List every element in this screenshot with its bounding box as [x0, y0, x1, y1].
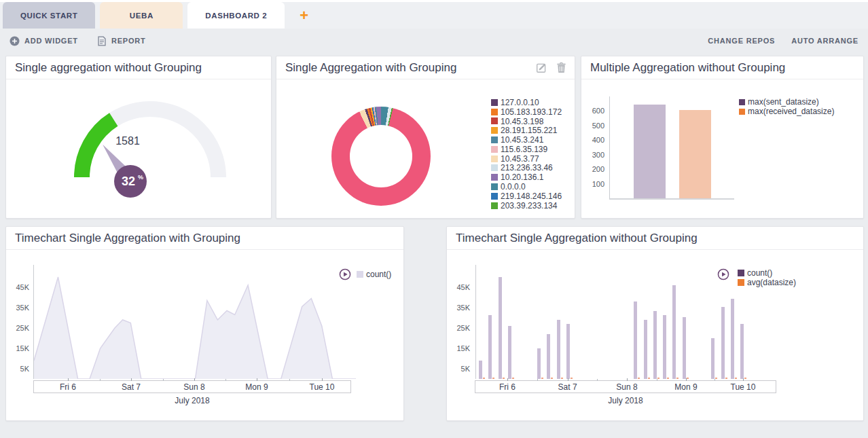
legend-item[interactable]: 203.39.233.134: [491, 201, 562, 211]
bar-secondary[interactable]: [667, 378, 669, 379]
bar[interactable]: [537, 348, 541, 379]
trash-icon[interactable]: [556, 62, 566, 73]
add-widget-button[interactable]: ADD WIDGET: [10, 36, 78, 46]
bar-secondary[interactable]: [687, 378, 689, 379]
report-button[interactable]: REPORT: [97, 36, 146, 46]
bar[interactable]: [663, 315, 666, 380]
legend-swatch: [738, 279, 744, 286]
bar[interactable]: [653, 311, 657, 380]
bar-secondary[interactable]: [503, 378, 505, 379]
bar-secondary[interactable]: [571, 378, 573, 379]
legend-label: count(): [747, 268, 772, 278]
bar-secondary[interactable]: [735, 378, 737, 379]
bar-secondary[interactable]: [725, 378, 727, 379]
legend-label: count(): [366, 270, 391, 279]
y-tick-label: 35K: [447, 304, 470, 312]
widget-title: Single aggregation without Grouping: [15, 61, 202, 75]
bar[interactable]: [683, 317, 686, 380]
bar[interactable]: [547, 334, 550, 379]
bar-secondary[interactable]: [715, 378, 717, 379]
gauge-svg[interactable]: 1581 32 %: [6, 79, 270, 218]
x-tick-label: Fri 6: [499, 382, 516, 392]
y-tick-label: 600: [581, 107, 604, 115]
bar[interactable]: [740, 324, 744, 379]
legend-item[interactable]: 10.45.3.77: [491, 154, 562, 164]
legend-item[interactable]: avg(datasize): [738, 278, 796, 287]
bar[interactable]: [566, 324, 570, 379]
legend-item[interactable]: 28.191.155.221: [491, 126, 562, 135]
x-tick-mark: [68, 378, 69, 381]
bar[interactable]: [711, 338, 715, 379]
x-tick-mark: [194, 378, 195, 381]
legend-item[interactable]: 213.236.33.46: [491, 164, 562, 173]
play-button[interactable]: [339, 268, 351, 280]
tab-ueba[interactable]: UEBA: [100, 2, 183, 29]
y-tick-label: 100: [581, 180, 604, 188]
legend-item[interactable]: max(sent_datasize): [739, 97, 834, 107]
bar[interactable]: [499, 277, 502, 379]
time-range-bar[interactable]: Fri 6Sat 7Sun 8Mon 9Tue 10: [33, 380, 351, 393]
add-tab-button[interactable]: +: [300, 2, 308, 29]
bar-secondary[interactable]: [744, 378, 746, 379]
legend-item[interactable]: count(): [738, 268, 796, 278]
bar-secondary[interactable]: [638, 378, 640, 379]
bar-secondary[interactable]: [648, 378, 650, 379]
bar[interactable]: [557, 320, 560, 379]
bar-secondary[interactable]: [551, 378, 553, 379]
legend-swatch: [491, 146, 498, 153]
bar-plot[interactable]: [475, 265, 777, 379]
legend-swatch: [491, 156, 498, 162]
bar[interactable]: [479, 361, 482, 379]
bar[interactable]: [731, 299, 734, 380]
bar[interactable]: [679, 110, 711, 199]
tab-dashboard-2[interactable]: DASHBOARD 2: [187, 2, 285, 29]
legend-item[interactable]: max(received_datasize): [739, 107, 834, 116]
legend-item[interactable]: 105.183.193.172: [491, 107, 562, 117]
x-tick-label: Mon 9: [674, 382, 697, 392]
bar[interactable]: [488, 315, 492, 380]
widget-header: Timechart Single Aggregation with Groupi…: [6, 227, 403, 250]
legend-item[interactable]: 10.45.3.241: [491, 135, 562, 145]
widget-single-aggregation-donut: Single Aggregation with Grouping 127.0.0…: [276, 56, 575, 219]
legend-item[interactable]: 0.0.0.0: [491, 182, 562, 191]
bar-secondary[interactable]: [657, 378, 659, 379]
legend-item[interactable]: 219.148.245.146: [491, 191, 562, 201]
bar[interactable]: [634, 302, 637, 379]
bar[interactable]: [721, 307, 725, 380]
legend-item[interactable]: 115.6.35.139: [491, 145, 562, 154]
change-repos-button[interactable]: CHANGE REPOS: [708, 37, 775, 45]
auto-arrange-button[interactable]: AUTO ARRANGE: [791, 37, 858, 45]
legend-item[interactable]: 127.0.0.10: [491, 98, 562, 107]
bar-secondary[interactable]: [483, 378, 485, 379]
bar-plot-area[interactable]: [609, 96, 734, 200]
bar[interactable]: [672, 285, 676, 379]
area-plot[interactable]: [33, 265, 356, 379]
legend-label: 10.45.3.77: [501, 154, 539, 164]
add-widget-label: ADD WIDGET: [24, 37, 78, 45]
widget-title: Single Aggregation with Grouping: [285, 61, 456, 75]
legend-item[interactable]: count(): [357, 270, 391, 279]
tab-quick-start[interactable]: QUICK START: [3, 2, 95, 29]
legend-item[interactable]: 10.45.3.198: [491, 117, 562, 126]
x-tick-mark: [568, 378, 568, 381]
legend-swatch: [491, 202, 498, 209]
bar[interactable]: [644, 320, 647, 379]
bar-secondary[interactable]: [561, 378, 563, 379]
play-button[interactable]: [717, 268, 729, 280]
time-range-bar[interactable]: Fri 6Sat 7Sun 8Mon 9Tue 10: [475, 380, 776, 393]
bar-secondary[interactable]: [512, 378, 514, 379]
legend-swatch: [491, 109, 498, 115]
edit-pencil-icon[interactable]: [536, 62, 547, 73]
legend-item[interactable]: 10.20.136.1: [491, 172, 562, 182]
legend-label: 105.183.193.172: [501, 107, 562, 117]
bar-secondary[interactable]: [492, 378, 494, 379]
widget-header: Single Aggregation with Grouping: [276, 56, 575, 79]
gauge-chart: 1581 32 %: [6, 79, 271, 221]
bar[interactable]: [508, 326, 511, 379]
report-icon: [97, 36, 107, 46]
bar[interactable]: [634, 105, 666, 198]
toolbar: ADD WIDGET REPORT CHANGE REPOS AUTO ARRA…: [0, 29, 868, 53]
bar-legend: max(sent_datasize)max(received_datasize): [739, 97, 834, 116]
bar-secondary[interactable]: [676, 378, 679, 379]
bar-secondary[interactable]: [541, 378, 543, 379]
